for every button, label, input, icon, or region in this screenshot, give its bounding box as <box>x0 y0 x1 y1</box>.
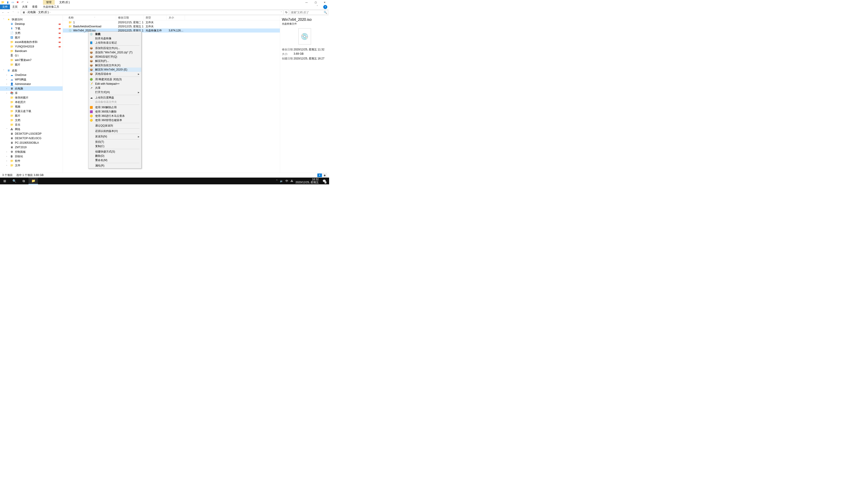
nav-history-button[interactable]: ˅ <box>11 10 16 15</box>
file-row[interactable]: 📁BaiduNetdiskDownload2020/12/25, 星期五 1…文… <box>63 24 280 29</box>
menu-item[interactable]: 🟪使用 360强力删除 <box>88 109 141 114</box>
col-type[interactable]: 类型 <box>144 15 167 20</box>
tree-node[interactable]: ›Administrator <box>0 82 63 86</box>
tree-node[interactable]: ›Bandicam <box>0 49 63 53</box>
tree-node[interactable]: ›win7重装win7 <box>0 58 63 62</box>
menu-item[interactable]: 🟡使用 360进行木马云查杀 <box>88 114 141 118</box>
delete-icon[interactable]: ✖ <box>16 0 20 4</box>
tree-node[interactable]: ›图片 <box>0 62 63 67</box>
tree-node[interactable]: ›下载📌 <box>0 26 63 31</box>
tree-node[interactable]: ›库 <box>0 91 63 95</box>
file-row[interactable]: 📁12020/12/15, 星期二 1…文件夹 <box>63 20 280 24</box>
refresh-button[interactable]: ↻ <box>284 10 289 15</box>
menu-item[interactable]: 还原以前的版本(V) <box>88 129 141 133</box>
tree-node[interactable]: ›excel表格制作求和📌 <box>0 40 63 44</box>
view-large-button[interactable]: ▦ <box>322 173 327 177</box>
tab-file[interactable]: 文件 <box>0 4 10 9</box>
breadcrumb[interactable]: › 此电脑 › 文档 (E:) › ˅ <box>21 10 283 15</box>
tree-node[interactable]: ˅桌面 <box>0 68 63 73</box>
menu-item[interactable]: ↗共享 <box>88 86 141 90</box>
menu-item[interactable]: 📦添加到 "Win7x64_2020.zip" (T) <box>88 51 141 55</box>
menu-item[interactable]: 📦添加到压缩文件(A)... <box>88 46 141 51</box>
menu-item[interactable]: 删除(D) <box>88 154 141 158</box>
tree-node[interactable]: ›OneDrive <box>0 73 63 77</box>
tree-node[interactable]: ›控制面板 <box>0 150 63 154</box>
crumb-root[interactable]: 此电脑 <box>28 10 36 14</box>
crumb-dropdown-icon[interactable]: ˅ <box>281 11 282 13</box>
taskbar-explorer[interactable]: 📁 <box>29 177 38 184</box>
col-name[interactable]: 名称˄ <box>66 15 116 20</box>
menu-item[interactable]: 📝Edit with Notepad++ <box>88 82 141 86</box>
tree-node[interactable]: ›文档📌 <box>0 31 63 35</box>
menu-item[interactable]: 🟡使用 360管理右键菜单 <box>88 118 141 123</box>
tree-node[interactable]: ˅快速访问 <box>0 17 63 22</box>
col-date[interactable]: 修改日期 <box>116 15 144 20</box>
menu-item[interactable]: 创建快捷方式(S) <box>88 150 141 154</box>
menu-item[interactable]: 剪切(T) <box>88 140 141 144</box>
menu-item[interactable]: 📦其他压缩命令▶ <box>88 72 141 76</box>
tree-node[interactable]: ›本机照片 <box>0 100 63 104</box>
menu-item[interactable]: 📦解压到(F)... <box>88 59 141 63</box>
action-center-button[interactable]: 💬3 <box>321 177 327 184</box>
menu-item[interactable]: 📦解压到当前文件夹(X) <box>88 63 141 68</box>
menu-item[interactable]: 复制(C) <box>88 144 141 149</box>
view-details-button[interactable]: ≣ <box>317 173 322 177</box>
tree-node[interactable]: ›图片 <box>0 113 63 118</box>
tree-node[interactable]: ›回收站 <box>0 154 63 159</box>
tab-home[interactable]: 主页 <box>10 4 20 9</box>
tree-node[interactable]: ›YUNQISHI2019📌 <box>0 44 63 49</box>
nav-up-button[interactable]: ↑ <box>16 10 20 15</box>
menu-item[interactable]: 🟧使用 360解除占用 <box>88 105 141 109</box>
tree-node[interactable]: ›软件 <box>0 159 63 163</box>
tree-node[interactable]: ›此电脑 <box>0 86 63 91</box>
tree-node[interactable]: ›视频 <box>0 104 63 109</box>
tree-node[interactable]: ›保存的图片 <box>0 95 63 100</box>
tree-node[interactable]: ›音乐 <box>0 123 63 127</box>
chevron-right-icon[interactable]: › <box>37 11 37 13</box>
task-view-button[interactable]: ⧉ <box>19 177 29 184</box>
menu-item[interactable]: 属性(R) <box>88 164 141 168</box>
nav-tree[interactable]: ˅快速访问›Desktop📌›下载📌›文档📌›图片📌›excel表格制作求和📌›… <box>0 15 63 173</box>
col-size[interactable]: 大小 <box>167 15 185 20</box>
tree-node[interactable]: ›文件 <box>0 163 63 168</box>
tree-node[interactable]: ›PC-20190530OBLA <box>0 140 63 145</box>
nav-forward-button[interactable]: → <box>6 10 10 15</box>
tree-node[interactable]: ›Desktop📌 <box>0 22 63 26</box>
maximize-button[interactable]: ▢ <box>311 0 320 4</box>
menu-item[interactable]: 发送到(N)▶ <box>88 134 141 139</box>
network-icon[interactable]: 🖧 <box>290 180 293 183</box>
chevron-right-icon[interactable]: › <box>50 11 51 13</box>
tree-node[interactable]: ˅网络 <box>0 127 63 131</box>
tree-node[interactable]: ›ZMT2019 <box>0 145 63 150</box>
close-button[interactable]: ✕ <box>320 0 329 4</box>
ime-indicator[interactable]: 中 <box>285 179 288 183</box>
tree-node[interactable]: ›DESKTOP-LSSOEDP <box>0 131 63 136</box>
menu-item[interactable]: 打开方式(H)▶ <box>88 90 141 94</box>
tree-node[interactable]: ›文档 <box>0 118 63 123</box>
tree-node[interactable]: ›G:\ <box>0 53 63 58</box>
tree-node[interactable]: ›DESKTOP-NJEU3CG <box>0 136 63 140</box>
menu-item[interactable]: 📦解压到 Win7x64_2020\ (E) <box>88 68 141 72</box>
taskbar-clock[interactable]: 16:32 2020/12/25, 星期五 <box>296 178 319 184</box>
menu-item[interactable]: 通过QQ发送到 <box>88 124 141 128</box>
menu-item[interactable]: ☁上传到百度网盘 <box>88 96 141 100</box>
crumb-folder[interactable]: 文档 (E:) <box>38 10 49 14</box>
menu-item[interactable]: 📦用360压缩打开(Q) <box>88 55 141 59</box>
tray-overflow-icon[interactable]: ˄ <box>276 180 278 183</box>
menu-item[interactable]: 🟢用 蜂蜜浏览器 浏览(3) <box>88 77 141 82</box>
taskbar-search-button[interactable]: 🔍 <box>9 177 19 184</box>
selectall-icon[interactable]: ▭ <box>11 0 14 4</box>
help-button[interactable]: ? <box>323 5 327 9</box>
ribbon-collapse-icon[interactable]: ˄ <box>317 5 318 7</box>
volume-icon[interactable]: 🔉 <box>280 180 283 183</box>
search-box[interactable]: 🔍 <box>290 10 328 15</box>
tab-disc-tools[interactable]: 光盘映像工具 <box>41 4 61 9</box>
start-button[interactable]: ⊞ <box>0 177 9 184</box>
tree-node[interactable]: ›天翼云盘下载 <box>0 109 63 113</box>
menu-item[interactable]: 💿装载 <box>88 32 141 36</box>
tree-node[interactable]: ›WPS网盘 <box>0 77 63 82</box>
menu-item[interactable]: 重命名(M) <box>88 158 141 162</box>
tab-view[interactable]: 查看 <box>30 4 40 9</box>
chevron-right-icon[interactable]: › <box>26 11 27 13</box>
nav-back-button[interactable]: ← <box>1 10 5 15</box>
